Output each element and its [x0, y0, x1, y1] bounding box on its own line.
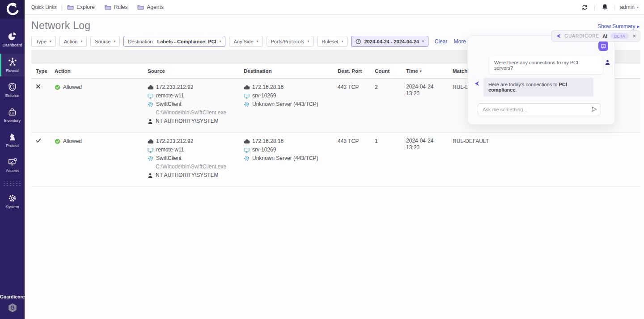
protect-knight-icon: [8, 133, 17, 141]
filter-date-range[interactable]: 2024-04-24 - 2024-04-24 ▾: [351, 36, 428, 47]
col-header-type[interactable]: Type: [36, 63, 55, 78]
sidebar-item-protect[interactable]: Protect: [0, 129, 25, 151]
source-ip: 172.233.212.92: [156, 138, 193, 145]
topnav-item-label: Agents: [147, 4, 163, 10]
topbar-right: | | admin ▾: [580, 2, 639, 12]
send-button[interactable]: [591, 106, 597, 114]
sidebar-item-inventory[interactable]: Inventory: [0, 104, 25, 126]
sidebar-item-enforce[interactable]: Enforce: [0, 79, 25, 101]
filter-source[interactable]: Source ▾: [90, 36, 120, 47]
folder-icon: [67, 4, 74, 10]
col-header-action[interactable]: Action: [55, 63, 148, 78]
guardicore-ai-chip[interactable]: GUARDICORE AI BETA ×: [551, 30, 640, 42]
quick-links[interactable]: Quick Links: [31, 4, 57, 10]
dest-service: Unknown Server (443/TCP): [252, 155, 318, 162]
col-header-destination[interactable]: Destination: [244, 63, 338, 78]
filter-action[interactable]: Action ▾: [59, 36, 87, 47]
show-summary-link[interactable]: Show Summary ▸: [597, 23, 640, 29]
cell-source: 172.233.212.92 remote-w11 SwiftClient: [148, 79, 244, 132]
host-icon: [244, 93, 250, 99]
source-path: C:\Winode\bin\SwiftClient.exe: [156, 163, 226, 171]
time-date: 2024-04-24: [406, 138, 450, 144]
ai-message-prefix: Here are today's connections to: [488, 82, 559, 87]
admin-username: admin: [620, 4, 635, 10]
col-header-source[interactable]: Source: [148, 63, 244, 78]
filter-ports-protocols[interactable]: Ports/Protocols ▾: [267, 36, 314, 47]
chat-input-container: [478, 103, 601, 115]
close-icon[interactable]: ×: [633, 33, 636, 39]
system-gear-icon: [8, 194, 17, 202]
chat-ai-message: Here are today's connections to PCI comp…: [483, 78, 593, 97]
filter-label: Destination:: [128, 39, 154, 44]
cloud-icon: [148, 139, 153, 144]
send-icon: [591, 106, 597, 113]
new-chat-button[interactable]: [598, 41, 608, 51]
col-header-time-label: Time: [406, 68, 418, 74]
beta-badge: BETA: [610, 33, 629, 39]
sidebar-item-access[interactable]: Access: [0, 154, 25, 176]
topnav-item-rules[interactable]: Rules: [105, 4, 128, 10]
refresh-button[interactable]: [580, 2, 589, 12]
ai-message-suffix: .: [516, 87, 517, 92]
filter-value: 2024-04-24 - 2024-04-24: [364, 39, 419, 44]
sidebar-item-reveal[interactable]: Reveal: [0, 54, 25, 76]
sidebar-item-label: Inventory: [4, 118, 21, 123]
time-hour: 13:20: [406, 90, 450, 97]
filter-label: Ruleset: [322, 39, 338, 44]
topnav-item-explore[interactable]: Explore: [67, 4, 95, 10]
chat-input[interactable]: [478, 107, 601, 112]
cell-type: [36, 133, 55, 186]
chevron-down-icon: ▾: [50, 39, 51, 43]
sidebar-nav: Dashboard Reveal: [0, 19, 25, 215]
filter-value: Labels - Compliance: PCI: [157, 39, 216, 44]
cell-type: [36, 79, 55, 132]
col-header-dest-port[interactable]: Dest. Port: [338, 63, 375, 78]
sidebar-brand: Guardicore G: [0, 294, 25, 315]
chevron-down-icon: ▾: [637, 5, 639, 9]
time-hour: 13:20: [406, 144, 450, 151]
cloud-icon: [244, 85, 250, 90]
guardicore-swoosh-icon: [6, 3, 19, 16]
dest-ip: 172.16.28.16: [252, 138, 284, 145]
clear-filters-link[interactable]: Clear: [435, 38, 448, 45]
filter-any-side[interactable]: Any Side ▾: [229, 36, 263, 47]
cell-count: 1: [375, 133, 406, 186]
col-header-count[interactable]: Count: [375, 63, 406, 78]
source-path: C:\Winode\bin\SwiftClient.exe: [156, 109, 226, 117]
admin-menu[interactable]: admin ▾: [620, 4, 639, 10]
cell-destination: 172.16.28.16 srv-10269 Unknown Server (4…: [244, 133, 338, 186]
topnav-item-agents[interactable]: Agents: [137, 4, 163, 10]
chevron-right-icon: ▸: [637, 23, 640, 29]
dest-host: srv-10269: [252, 146, 276, 154]
filter-destination[interactable]: Destination: Labels - Compliance: PCI ▾: [123, 36, 225, 47]
dest-service: Unknown Server (443/TCP): [252, 101, 318, 108]
sidebar-item-dashboard[interactable]: Dashboard: [0, 29, 25, 51]
cell-matching-rule: RUL-DEFAULT: [453, 133, 640, 186]
action-label: Allowed: [63, 84, 82, 91]
cloud-icon: [244, 139, 250, 144]
guardicore-logo[interactable]: [0, 0, 25, 19]
sort-desc-icon: ▾: [420, 69, 422, 73]
process-gear-icon: [148, 155, 153, 161]
guardicore-ai-panel: Were there any connections to my PCI ser…: [467, 35, 615, 125]
process-gear-icon: [244, 101, 250, 107]
chevron-down-icon: ▾: [307, 39, 309, 43]
refresh-icon: [581, 4, 588, 11]
notifications-button[interactable]: [600, 2, 610, 12]
topbar: Quick Links | Explore Rules Agents: [25, 0, 644, 15]
sidebar-item-system[interactable]: System: [0, 190, 25, 213]
bell-icon: [602, 4, 608, 11]
sidebar: Dashboard Reveal: [0, 0, 25, 319]
page-title: Network Log: [31, 20, 90, 32]
cell-dest-port: 443 TCP: [338, 133, 375, 186]
chevron-down-icon: ▾: [114, 39, 115, 43]
access-terminal-icon: [8, 158, 17, 166]
folder-icon: [137, 4, 144, 10]
filter-label: Type: [36, 39, 47, 44]
cell-destination: 172.16.28.16 srv-10269 Unknown Server (4…: [244, 79, 338, 132]
filter-type[interactable]: Type ▾: [31, 36, 56, 47]
filter-ruleset[interactable]: Ruleset ▾: [317, 36, 347, 47]
table-row[interactable]: Allowed 172.233.212.92 remote-w11: [31, 133, 640, 187]
chevron-down-icon: ▾: [257, 39, 258, 43]
col-header-time[interactable]: Time ▾: [406, 63, 453, 78]
